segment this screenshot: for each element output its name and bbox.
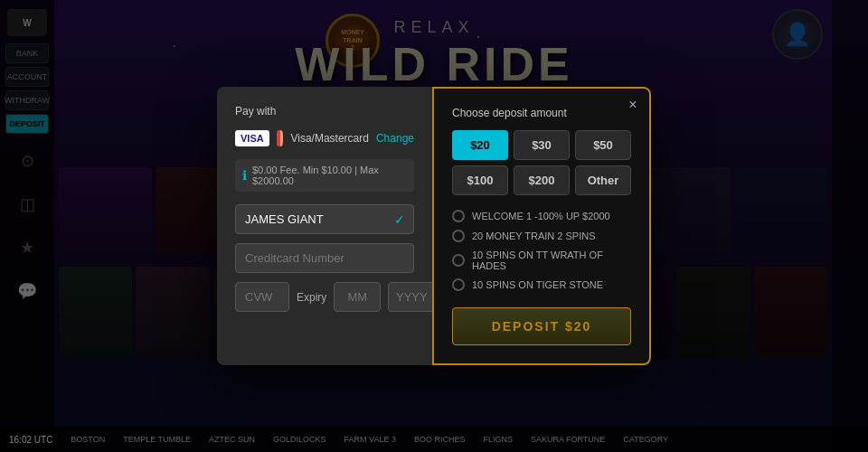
payment-title: Pay with — [235, 105, 414, 118]
amount-button-200[interactable]: $200 — [514, 165, 570, 195]
game-label-2: TEMPLE TUMBLE — [123, 435, 191, 444]
bonus-text-1: WELCOME 1 -100% UP $2000 — [472, 211, 610, 221]
expiry-month-input[interactable] — [334, 282, 381, 312]
expiry-year-input[interactable] — [388, 282, 435, 312]
bonus-item-4: 10 SPINS ON TIGER STONE — [452, 275, 631, 295]
amount-button-30[interactable]: $30 — [514, 130, 570, 160]
bonus-item-3: 10 SPINS ON TT WRATH OF HADES — [452, 246, 631, 275]
cvv-input[interactable] — [235, 282, 289, 312]
game-label-7: FLIGNS — [483, 435, 513, 444]
radio-welcome[interactable] — [452, 210, 465, 222]
deposit-cta-button[interactable]: DEPOSIT $20 — [452, 307, 631, 345]
info-icon: ℹ — [242, 168, 247, 183]
modal-overlay: × Pay with VISA Visa/Mastercard Change ℹ… — [0, 0, 868, 452]
amount-button-other[interactable]: Other — [575, 165, 631, 195]
radio-wrath[interactable] — [452, 254, 465, 267]
visa-icon: VISA — [235, 130, 269, 146]
status-time: 16:02 UTC — [9, 435, 52, 445]
fee-info-row: ℹ $0.00 Fee. Min $10.00 | Max $2000.00 — [235, 159, 414, 192]
amount-button-20[interactable]: $20 — [452, 130, 508, 160]
game-label-category: CATEGORY — [623, 435, 668, 444]
bonus-text-2: 20 MONEY TRAIN 2 SPINS — [472, 231, 596, 241]
amount-button-100[interactable]: $100 — [452, 165, 508, 195]
select-check-icon: ✓ — [394, 212, 405, 227]
game-label-3: AZTEC SUN — [209, 435, 255, 444]
deposit-section-title: Choose deposit amount — [452, 107, 631, 119]
game-label-5: FARM VALE 3 — [344, 435, 396, 444]
cardholder-select-wrapper: JAMES GIANT ✓ — [235, 204, 414, 234]
card-details-row: Expiry — [235, 282, 414, 312]
deposit-modal: × Pay with VISA Visa/Mastercard Change ℹ… — [217, 87, 651, 365]
game-label-1: BOSTON — [71, 435, 105, 444]
expiry-label: Expiry — [297, 291, 326, 304]
mastercard-icon — [277, 130, 284, 146]
game-label-8: SAKURA FORTUNE — [531, 435, 605, 444]
game-label-6: BOO RICHES — [414, 435, 466, 444]
bonus-text-3: 10 SPINS ON TT WRATH OF HADES — [472, 250, 631, 271]
creditcard-input[interactable] — [235, 243, 414, 273]
change-card-button[interactable]: Change — [376, 132, 414, 145]
bonus-text-4: 10 SPINS ON TIGER STONE — [472, 279, 603, 290]
card-type-label: Visa/Mastercard — [290, 132, 368, 145]
cardholder-select[interactable]: JAMES GIANT — [235, 204, 414, 234]
close-button[interactable]: × — [624, 96, 642, 114]
fee-info-text: $0.00 Fee. Min $10.00 | Max $2000.00 — [252, 165, 407, 186]
amount-button-50[interactable]: $50 — [575, 130, 631, 160]
bonus-item-1: WELCOME 1 -100% UP $2000 — [452, 206, 631, 226]
card-selection-row: VISA Visa/Mastercard Change — [235, 130, 414, 146]
deposit-amount-panel: Choose deposit amount $20 $30 $50 $100 $… — [432, 87, 651, 365]
bonus-list: WELCOME 1 -100% UP $2000 20 MONEY TRAIN … — [452, 206, 631, 295]
status-bar: 16:02 UTC BOSTON TEMPLE TUMBLE AZTEC SUN… — [0, 427, 868, 452]
amount-grid: $20 $30 $50 $100 $200 Other — [452, 130, 631, 195]
game-label-4: GOLDILOCKS — [273, 435, 326, 444]
payment-form-panel: Pay with VISA Visa/Mastercard Change ℹ $… — [217, 87, 432, 365]
radio-tiger[interactable] — [452, 278, 465, 291]
bonus-item-2: 20 MONEY TRAIN 2 SPINS — [452, 226, 631, 246]
radio-money-train[interactable] — [452, 230, 465, 242]
